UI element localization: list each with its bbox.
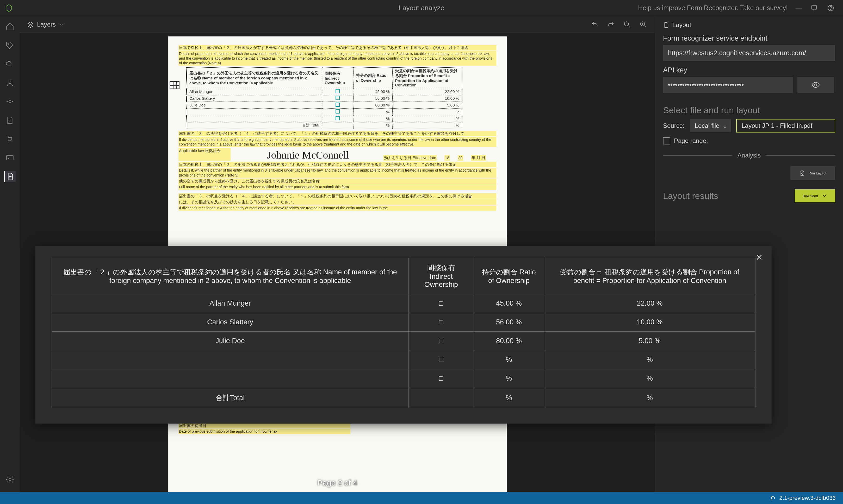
source-label: Source:	[663, 122, 685, 129]
endpoint-label: Form recognizer service endpoint	[663, 34, 835, 42]
table-header: 持分の割合 Ratio of Ownership	[474, 258, 544, 294]
cloud-tool[interactable]	[4, 58, 16, 70]
svg-point-10	[814, 84, 817, 86]
survey-link[interactable]: Help us improve Form Recognizer. Take ou…	[638, 4, 788, 12]
zoom-out-button[interactable]	[622, 20, 631, 29]
table-row: □%%	[52, 350, 755, 369]
svg-point-12	[771, 496, 772, 497]
table-preview-modal: ✕ 届出書の「２」の外国法人の株主等で租税条約の適用を受ける者の氏名 又は名称 …	[35, 246, 772, 424]
canvas-toolbar: Layers	[20, 16, 655, 33]
text-tool[interactable]	[4, 152, 16, 163]
table-row: Julie Doe80.00 %5.00 %	[187, 102, 462, 109]
settings-tool[interactable]	[4, 474, 16, 485]
svg-point-14	[774, 498, 775, 499]
table-row: Carlos Slattery56.00 %10.00 %	[187, 95, 462, 102]
app-title: Layout analyze	[399, 4, 444, 12]
svg-point-7	[9, 479, 11, 481]
undo-button[interactable]	[590, 20, 599, 29]
table-row: %%	[187, 109, 462, 115]
chevron-down-icon	[59, 22, 64, 27]
page-indicator: Page 2 of 4	[317, 479, 357, 487]
table-header: 受益の割合＝ 租税条約の適用を受ける割合 Proportion of benef…	[544, 258, 755, 294]
redo-button[interactable]	[607, 20, 615, 29]
file-add-tool[interactable]	[4, 114, 16, 126]
signature: Johnnie McConnell	[231, 147, 349, 161]
table-header: 間接保有 Indirect Ownership	[409, 258, 474, 294]
eye-icon	[811, 80, 820, 89]
branch-icon	[770, 495, 776, 501]
table-row: Allan Munger45.00 %22.00 %	[187, 88, 462, 95]
close-modal-button[interactable]: ✕	[756, 253, 763, 263]
run-layout-button[interactable]: Run Layout	[790, 166, 835, 180]
run-icon	[799, 170, 806, 176]
layout-tool[interactable]	[4, 171, 16, 182]
select-file-heading: Select file and run layout	[663, 105, 835, 115]
download-button[interactable]: Download	[795, 189, 835, 202]
table-row: 合計Total%%	[52, 388, 755, 408]
svg-rect-6	[6, 156, 13, 160]
statusbar: 2.1-preview.3-dcfb033	[0, 492, 843, 504]
table-row: Carlos Slattery□56.00 %10.00 %	[52, 313, 755, 332]
layers-dropdown[interactable]: Layers	[27, 21, 64, 28]
layout-results-heading: Layout results	[663, 191, 718, 201]
table-row: Allan Munger□45.00 %22.00 %	[52, 294, 755, 313]
source-select[interactable]: Local file ⌄	[690, 119, 731, 132]
help-icon[interactable]	[826, 4, 835, 13]
version-label: 2.1-preview.3-dcfb033	[779, 494, 836, 501]
layers-label: Layers	[37, 21, 56, 28]
extracted-table: 届出書の「２」の外国法人の株主等で租税条約の適用を受ける者の氏名 又は名称 Na…	[52, 258, 755, 408]
svg-point-11	[802, 173, 803, 175]
page-range-checkbox[interactable]	[663, 137, 670, 144]
svg-point-3	[8, 43, 9, 44]
doc-form-table: 届出書の「２」の外国法人の株主等で租税条約の適用を受ける者の氏名又は名称 Nam…	[186, 67, 462, 129]
apikey-input[interactable]	[663, 77, 793, 93]
tag-tool[interactable]	[4, 40, 16, 51]
page-range-label: Page range:	[674, 137, 708, 144]
table-row: □%%	[52, 369, 755, 388]
chevron-down-icon: ⌄	[722, 122, 727, 129]
svg-point-2	[830, 9, 831, 10]
app-logo	[5, 4, 13, 12]
svg-point-5	[9, 101, 11, 103]
endpoint-input[interactable]	[663, 45, 835, 61]
layout-icon	[663, 22, 670, 29]
file-name-display[interactable]: Layout JP 1 - Filled In.pdf	[736, 119, 835, 132]
feedback-icon[interactable]	[810, 4, 819, 13]
svg-rect-0	[812, 5, 817, 9]
svg-point-4	[9, 80, 11, 82]
reveal-apikey-button[interactable]	[797, 77, 834, 93]
svg-point-13	[771, 499, 772, 500]
table-row: Julie Doe□80.00 %5.00 %	[52, 332, 755, 350]
zoom-in-button[interactable]	[639, 20, 648, 29]
panel-header: Layout	[655, 16, 843, 32]
apikey-label: API key	[663, 66, 835, 74]
home-tool[interactable]	[4, 21, 16, 32]
table-row: 合計 Total%%	[187, 122, 462, 129]
table-marker-icon[interactable]	[170, 81, 179, 89]
chevron-down-icon	[822, 193, 827, 199]
table-header: 届出書の「２」の外国法人の株主等で租税条約の適用を受ける者の氏名 又は名称 Na…	[52, 258, 409, 294]
person-tool[interactable]	[4, 77, 16, 89]
plug-tool[interactable]	[4, 133, 16, 145]
panel-title: Layout	[672, 21, 691, 29]
analysis-divider-label: Analysis	[732, 152, 766, 159]
sidebar	[0, 16, 20, 492]
table-row: %%	[187, 115, 462, 122]
compose-tool[interactable]	[4, 96, 16, 107]
titlebar: Layout analyze Help us improve Form Reco…	[0, 0, 843, 16]
